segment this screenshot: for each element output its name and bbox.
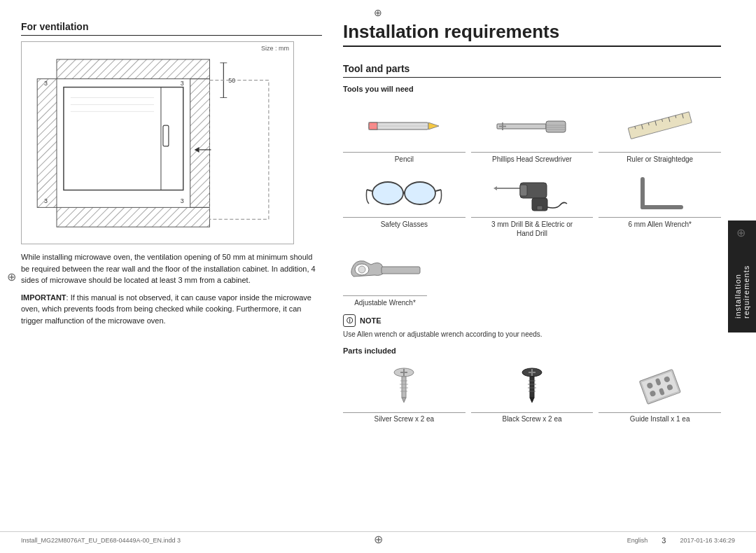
svg-point-44 [372, 182, 403, 204]
svg-rect-9 [190, 79, 210, 208]
silver-screw-icon [372, 364, 435, 410]
page-container: ⊕ ⊕ Installation requirements For ventil… [0, 0, 756, 553]
allen-wrench-label: 6 mm Allen Wrench* [598, 217, 721, 229]
svg-rect-8 [37, 79, 57, 208]
black-screw-label: Black Screw x 2 ea [471, 412, 594, 423]
screwdriver-label: Phillips Head Screwdriver [471, 152, 594, 164]
svg-text:3: 3 [44, 80, 48, 87]
tool-safety-glasses: Safety Glasses [343, 167, 465, 238]
note-header: ⓘ NOTE [343, 314, 721, 327]
svg-marker-25 [428, 122, 439, 130]
adjustable-wrench-icon-area [343, 245, 427, 294]
svg-rect-10 [57, 207, 209, 227]
footer-date: 2017-01-16 3:46:29 [680, 537, 735, 544]
reg-mark-top: ⊕ [374, 7, 382, 18]
tool-drill: 3 mm Drill Bit & Electric or Hand Drill [471, 167, 594, 238]
safety-glasses-label: Safety Glasses [343, 217, 465, 229]
tools-grid-row1: Pencil [343, 102, 721, 238]
safety-glasses-icon-area [362, 167, 446, 216]
right-column: Tool and parts Tools you will need [343, 21, 721, 518]
page-number: 3 [662, 536, 666, 545]
svg-point-45 [405, 182, 435, 204]
screwdriver-icon-area [490, 102, 574, 150]
pencil-icon [365, 107, 442, 146]
svg-marker-77 [530, 398, 534, 402]
svg-rect-35 [628, 111, 692, 139]
tools-row-single: Adjustable Wrench* [343, 245, 721, 307]
svg-point-59 [358, 266, 365, 273]
svg-rect-54 [520, 185, 527, 196]
svg-rect-57 [382, 267, 420, 274]
ruler-icon [622, 107, 699, 146]
left-column: For ventilation Size : mm 50 [21, 21, 322, 518]
svg-rect-11 [64, 88, 183, 190]
tool-pencil: Pencil [343, 102, 465, 164]
svg-text:3: 3 [181, 197, 184, 204]
note-text: Use Allen wrench or adjustable wrench ac… [343, 330, 721, 340]
tool-ruler: Ruler or Straightedge [598, 102, 721, 164]
guide-install-label: Guide Install x 1 ea [598, 412, 721, 423]
svg-line-47 [367, 190, 372, 191]
important-label: IMPORTANT [21, 293, 66, 302]
allen-wrench-icon-area [618, 167, 702, 216]
drill-label: 3 mm Drill Bit & Electric or Hand Drill [471, 217, 594, 238]
parts-subtitle: Parts included [343, 346, 721, 355]
right-col-inner: Tool and parts Tools you will need [343, 63, 721, 423]
svg-text:3: 3 [44, 197, 48, 204]
ventilation-diagram: Size : mm 50 [21, 41, 294, 244]
ruler-label: Ruler or Straightedge [598, 152, 721, 164]
silver-screw-icon-area [369, 362, 439, 411]
ventilation-important: IMPORTANT: If this manual is not observe… [21, 292, 322, 327]
black-screw-icon [500, 364, 564, 410]
footer: Install_MG22M8076AT_EU_DE68-04449A-00_EN… [0, 531, 756, 545]
part-silver-screw: Silver Screw x 2 ea [343, 362, 465, 423]
language-label: English [627, 537, 648, 544]
svg-rect-72 [530, 377, 534, 398]
tool-screwdriver: Phillips Head Screwdriver [471, 102, 594, 164]
guide-install-icon [629, 364, 692, 410]
guide-install-icon-area [625, 362, 695, 411]
svg-marker-50 [493, 186, 497, 190]
reg-mark-right: ⊕ [736, 225, 746, 239]
drill-icon-area [490, 167, 574, 216]
svg-rect-21 [209, 80, 268, 220]
note-section: ⓘ NOTE Use Allen wrench or adjustable wr… [343, 314, 721, 340]
screwdriver-icon [493, 107, 570, 146]
svg-rect-7 [57, 59, 209, 79]
svg-marker-68 [402, 398, 406, 402]
footer-right: English 3 2017-01-16 3:46:29 [627, 536, 735, 545]
diagram-svg: 50 [22, 42, 293, 244]
reg-mark-left: ⊕ [7, 270, 16, 284]
safety-glasses-icon [365, 169, 442, 214]
tool-parts-title: Tool and parts [343, 63, 721, 78]
tool-adjustable-wrench: Adjustable Wrench* [343, 245, 427, 307]
adjustable-wrench-label: Adjustable Wrench* [343, 295, 427, 307]
allen-wrench-icon [622, 169, 699, 214]
tool-allen-wrench: 6 mm Allen Wrench* [598, 167, 721, 238]
svg-rect-29 [546, 121, 566, 132]
footer-left: Install_MG22M8076AT_EU_DE68-04449A-00_EN… [21, 537, 181, 544]
ventilation-paragraph1: While installing microwave oven, the ven… [21, 251, 322, 286]
pencil-label: Pencil [343, 152, 465, 164]
tools-subtitle: Tools you will need [343, 85, 721, 93]
ventilation-title: For ventilation [21, 21, 322, 36]
silver-screw-label: Silver Screw x 2 ea [343, 412, 465, 423]
ventilation-section: For ventilation Size : mm 50 [21, 21, 322, 326]
ruler-icon-area [618, 102, 702, 150]
svg-rect-53 [537, 206, 542, 210]
part-black-screw: Black Screw x 2 ea [471, 362, 594, 423]
parts-grid: Silver Screw x 2 ea [343, 362, 721, 423]
size-label: Size : mm [261, 45, 289, 52]
svg-line-48 [435, 190, 441, 191]
note-label: NOTE [360, 316, 382, 325]
svg-text:3: 3 [181, 80, 184, 87]
black-screw-icon-area [497, 362, 567, 411]
svg-rect-79 [641, 371, 679, 402]
note-icon: ⓘ [343, 314, 356, 327]
drill-icon [493, 169, 570, 214]
adjustable-wrench-icon [346, 247, 424, 293]
part-guide-install: Guide Install x 1 ea [598, 362, 721, 423]
pencil-icon-area [362, 102, 446, 150]
svg-rect-63 [402, 377, 406, 398]
